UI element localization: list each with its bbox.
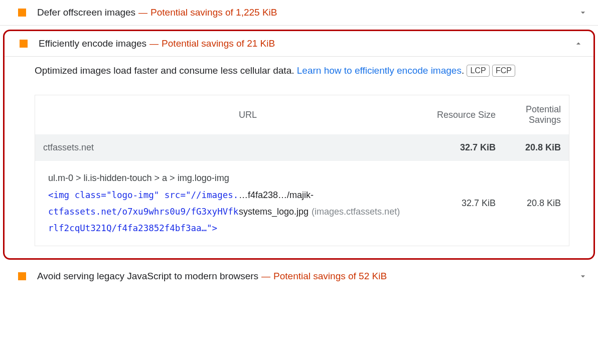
- metric-badge-lcp: LCP: [467, 65, 489, 77]
- audit-body: Optimized images load faster and consume…: [5, 57, 593, 246]
- audit-encode-images-highlight: Efficiently encode images — Potential sa…: [3, 30, 595, 260]
- description-text: Optimized images load faster and consume…: [35, 65, 297, 76]
- group-name: ctfassets.net: [43, 142, 430, 153]
- audit-savings: Potential savings of 21 KiB: [162, 38, 275, 49]
- audit-header[interactable]: Efficiently encode images — Potential sa…: [5, 31, 593, 56]
- chevron-down-icon: [578, 271, 588, 281]
- url-main: …f4fa238…/majik-systems_logo.jpg: [239, 190, 314, 216]
- row-url[interactable]: …f4fa238…/majik-systems_logo.jpg(images.…: [239, 187, 430, 220]
- chevron-up-icon: [573, 39, 583, 49]
- dash: —: [261, 271, 270, 282]
- group-resource-size: 32.7 KiB: [430, 142, 496, 153]
- col-header-resource: Resource Size: [430, 110, 496, 120]
- dash: —: [150, 39, 159, 49]
- learn-more-link[interactable]: Learn how to efficiently encode images: [297, 65, 462, 76]
- warning-square-icon: [20, 40, 28, 48]
- table-row: ul.m-0 > li.is-hidden-touch > a > img.lo…: [35, 161, 569, 246]
- audit-legacy-js: Avoid serving legacy JavaScript to moder…: [0, 264, 598, 289]
- dash: —: [138, 8, 147, 18]
- table-group-row[interactable]: ctfassets.net 32.7 KiB 20.8 KiB: [35, 134, 569, 161]
- warning-square-icon: [18, 9, 26, 17]
- table-header-row: URL Resource Size Potential Savings: [35, 95, 569, 134]
- period: .: [462, 65, 464, 76]
- audit-encode-images: Efficiently encode images — Potential sa…: [5, 31, 593, 57]
- audit-description: Optimized images load faster and consume…: [35, 63, 569, 79]
- audit-savings: Potential savings of 1,225 KiB: [151, 7, 277, 18]
- row-resource-size: 32.7 KiB: [430, 198, 496, 209]
- audit-title: Defer offscreen images: [37, 7, 135, 18]
- col-header-savings: Potential Savings: [496, 104, 561, 125]
- audit-title: Efficiently encode images: [39, 38, 146, 49]
- audit-defer-offscreen: Defer offscreen images — Potential savin…: [0, 0, 598, 26]
- audit-savings: Potential savings of 52 KiB: [273, 271, 387, 282]
- col-header-url: URL: [239, 110, 430, 120]
- chevron-down-icon: [578, 8, 588, 18]
- row-element: ul.m-0 > li.is-hidden-touch > a > img.lo…: [43, 170, 239, 237]
- audit-title: Avoid serving legacy JavaScript to moder…: [37, 271, 258, 282]
- resources-table: URL Resource Size Potential Savings ctfa…: [35, 95, 569, 246]
- audit-header[interactable]: Defer offscreen images — Potential savin…: [0, 0, 598, 25]
- html-snippet: <img class="logo-img" src="//images.ctfa…: [48, 187, 239, 237]
- url-host: (images.ctfassets.net): [312, 207, 400, 217]
- audit-header[interactable]: Avoid serving legacy JavaScript to moder…: [0, 264, 598, 289]
- row-savings: 20.8 KiB: [496, 198, 561, 209]
- metric-badge-fcp: FCP: [492, 65, 515, 77]
- group-savings: 20.8 KiB: [496, 142, 561, 153]
- selector-chain: ul.m-0 > li.is-hidden-touch > a > img.lo…: [48, 170, 239, 187]
- warning-square-icon: [18, 272, 26, 280]
